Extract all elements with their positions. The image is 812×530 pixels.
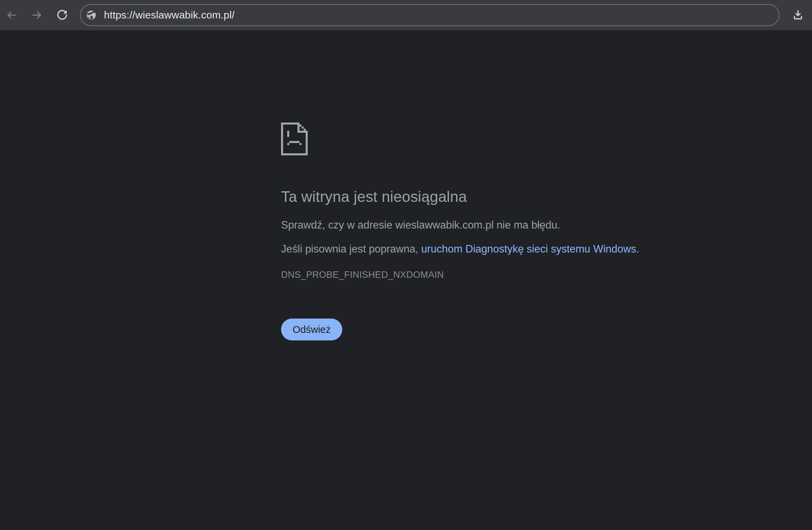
error-hint-line1: Sprawdź, czy w adresie wieslawwabik.com.… [281, 219, 691, 231]
error-code: DNS_PROBE_FINISHED_NXDOMAIN [281, 270, 691, 280]
reload-icon [56, 9, 68, 21]
forward-arrow-icon [31, 9, 43, 21]
error-hint-line2: Jeśli pisownia jest poprawna, uruchom Di… [281, 243, 691, 255]
page-title: Ta witryna jest nieosiągalna [281, 188, 691, 205]
download-icon [791, 9, 804, 22]
url-input[interactable]: https://wieslawwabik.com.pl/ [104, 9, 235, 21]
error-page: Ta witryna jest nieosiągalna Sprawdź, cz… [0, 30, 812, 530]
error-hint-line2-suffix: . [636, 243, 639, 255]
error-hint-line2-prefix: Jeśli pisownia jest poprawna, [281, 243, 421, 255]
reload-button[interactable] [53, 6, 71, 24]
error-content: Ta witryna jest nieosiągalna Sprawdź, cz… [281, 122, 691, 340]
sad-file-icon [281, 122, 308, 155]
back-button[interactable] [3, 6, 21, 24]
forward-button[interactable] [28, 6, 46, 24]
windows-diagnostics-link[interactable]: uruchom Diagnostykę sieci systemu Window… [421, 243, 636, 255]
browser-toolbar: https://wieslawwabik.com.pl/ [0, 0, 812, 30]
download-button[interactable] [789, 6, 807, 24]
back-arrow-icon [5, 9, 18, 21]
url-bar[interactable]: https://wieslawwabik.com.pl/ [80, 4, 780, 26]
globe-icon [86, 10, 96, 20]
refresh-button[interactable]: Odśwież [281, 319, 342, 340]
